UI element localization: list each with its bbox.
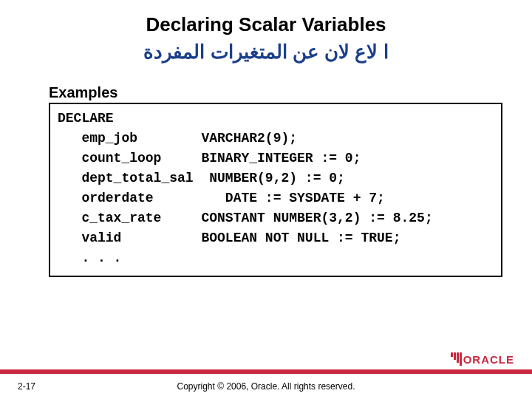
examples-heading: Examples xyxy=(49,84,532,101)
footer-divider xyxy=(0,369,532,374)
oracle-logo: ORACLE xyxy=(451,352,514,366)
code-example-box: DECLARE emp_job VARCHAR2(9); count_loop … xyxy=(49,103,502,277)
slide-subtitle-arabic: ا لاع لان عن المتغيرات المفردة xyxy=(0,41,532,64)
logo-bars-icon xyxy=(451,352,462,366)
slide-title: Declaring Scalar Variables xyxy=(0,13,532,36)
copyright-text: Copyright © 2006, Oracle. All rights res… xyxy=(0,381,532,392)
logo-text: ORACLE xyxy=(463,353,514,366)
